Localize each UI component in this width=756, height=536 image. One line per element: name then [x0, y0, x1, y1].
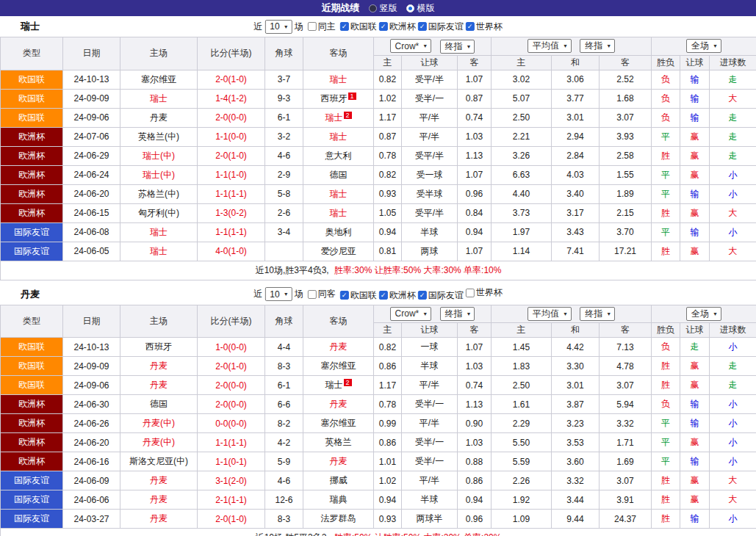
home-team[interactable]: 丹麦	[120, 376, 198, 395]
match-score[interactable]: 2-0(1-0)	[198, 357, 265, 376]
match-score[interactable]: 2-1(1-1)	[198, 490, 265, 510]
match-type-badge[interactable]: 欧国联	[1, 357, 63, 376]
match-count-select[interactable]: 10▼	[264, 20, 292, 34]
league-checkbox-2[interactable]: ✓国际友谊	[418, 289, 464, 302]
same-venue-checkbox[interactable]: 同客	[308, 288, 336, 300]
match-type-badge[interactable]: 欧洲杯	[1, 184, 63, 203]
home-team[interactable]: 塞尔维亚	[120, 70, 198, 89]
away-team[interactable]: 西班牙1	[303, 89, 374, 108]
final-odds-select-2[interactable]: 终指▼	[580, 39, 615, 53]
home-team[interactable]: 瑞士	[120, 222, 198, 242]
match-type-badge[interactable]: 欧洲杯	[1, 203, 63, 222]
match-score[interactable]: 2-0(1-0)	[198, 146, 265, 165]
league-checkbox-0[interactable]: ✓欧国联	[340, 289, 377, 302]
home-team[interactable]: 匈牙利(中)	[120, 203, 198, 222]
scope-select[interactable]: 全场▼	[686, 39, 721, 53]
away-team[interactable]: 瑞典	[303, 490, 374, 510]
home-team[interactable]: 德国	[120, 395, 198, 414]
match-score[interactable]: 2-0(1-0)	[198, 70, 265, 89]
match-type-badge[interactable]: 欧洲杯	[1, 146, 63, 165]
away-team[interactable]: 丹麦	[303, 395, 374, 414]
home-team[interactable]: 丹麦(中)	[120, 414, 198, 433]
match-score[interactable]: 2-0(1-0)	[198, 510, 265, 529]
home-team[interactable]: 丹麦	[120, 490, 198, 510]
home-team[interactable]: 西班牙	[120, 338, 198, 357]
home-team[interactable]: 丹麦	[120, 510, 198, 529]
away-team[interactable]: 德国	[303, 165, 374, 184]
match-type-badge[interactable]: 国际友谊	[1, 471, 63, 490]
away-team[interactable]: 瑞士	[303, 127, 374, 146]
match-type-badge[interactable]: 国际友谊	[1, 490, 63, 510]
match-type-badge[interactable]: 国际友谊	[1, 222, 63, 242]
match-score[interactable]: 3-1(2-0)	[198, 471, 265, 490]
away-team[interactable]: 挪威	[303, 471, 374, 490]
league-checkbox-1[interactable]: ✓欧洲杯	[379, 21, 416, 33]
layout-radio-vertical[interactable]: 竖版	[369, 2, 397, 15]
average-select[interactable]: 平均值▼	[528, 39, 572, 53]
bookmaker-select[interactable]: Crow*▼	[390, 307, 432, 321]
final-odds-select-2[interactable]: 终指▼	[580, 307, 615, 321]
match-type-badge[interactable]: 欧洲杯	[1, 452, 63, 471]
home-team[interactable]: 英格兰(中)	[120, 127, 198, 146]
away-team[interactable]: 塞尔维亚	[303, 414, 374, 433]
home-team[interactable]: 瑞士(中)	[120, 146, 198, 165]
match-type-badge[interactable]: 欧国联	[1, 108, 63, 127]
match-type-badge[interactable]: 欧洲杯	[1, 127, 63, 146]
match-type-badge[interactable]: 欧国联	[1, 338, 63, 357]
match-score[interactable]: 1-0(0-0)	[198, 338, 265, 357]
match-score[interactable]: 4-0(1-0)	[198, 242, 265, 261]
final-odds-select[interactable]: 终指▼	[440, 307, 475, 321]
away-team[interactable]: 瑞士	[303, 203, 374, 222]
league-checkbox-0[interactable]: ✓欧国联	[340, 21, 377, 33]
league-checkbox-2[interactable]: ✓国际友谊	[418, 21, 464, 33]
home-team[interactable]: 瑞士	[120, 242, 198, 261]
match-type-badge[interactable]: 欧洲杯	[1, 165, 63, 184]
away-team[interactable]: 意大利	[303, 146, 374, 165]
home-team[interactable]: 丹麦(中)	[120, 433, 198, 452]
match-type-badge[interactable]: 欧洲杯	[1, 395, 63, 414]
match-count-select[interactable]: 10▼	[264, 287, 292, 301]
league-checkbox-3[interactable]: ✓世界杯	[466, 21, 503, 33]
match-score[interactable]: 1-1(0-0)	[198, 127, 265, 146]
away-team[interactable]: 塞尔维亚	[303, 357, 374, 376]
match-score[interactable]: 1-1(1-0)	[198, 165, 265, 184]
home-team[interactable]: 斯洛文尼亚(中)	[120, 452, 198, 471]
home-team[interactable]: 苏格兰(中)	[120, 184, 198, 203]
away-team[interactable]: 瑞士	[303, 70, 374, 89]
away-team[interactable]: 法罗群岛	[303, 510, 374, 529]
match-score[interactable]: 1-3(0-2)	[198, 203, 265, 222]
match-type-badge[interactable]: 欧洲杯	[1, 433, 63, 452]
scope-select[interactable]: 全场▼	[686, 307, 721, 321]
home-team[interactable]: 瑞士	[120, 89, 198, 108]
away-team[interactable]: 爱沙尼亚	[303, 242, 374, 261]
home-team[interactable]: 瑞士(中)	[120, 165, 198, 184]
away-team[interactable]: 英格兰	[303, 433, 374, 452]
match-score[interactable]: 2-0(0-0)	[198, 395, 265, 414]
match-score[interactable]: 2-0(0-0)	[198, 108, 265, 127]
match-type-badge[interactable]: 国际友谊	[1, 510, 63, 529]
match-score[interactable]: 2-0(0-0)	[198, 376, 265, 395]
average-select[interactable]: 平均值▼	[528, 307, 572, 321]
match-type-badge[interactable]: 欧洲杯	[1, 414, 63, 433]
final-odds-select[interactable]: 终指▼	[440, 40, 475, 54]
away-team[interactable]: 奥地利	[303, 222, 374, 242]
away-team[interactable]: 瑞士2	[303, 376, 374, 395]
match-type-badge[interactable]: 欧国联	[1, 89, 63, 108]
match-type-badge[interactable]: 欧国联	[1, 70, 63, 89]
match-score[interactable]: 1-1(1-1)	[198, 222, 265, 242]
league-checkbox-1[interactable]: ✓欧洲杯	[379, 289, 416, 302]
away-team[interactable]: 丹麦	[303, 338, 374, 357]
match-type-badge[interactable]: 国际友谊	[1, 242, 63, 261]
match-type-badge[interactable]: 欧国联	[1, 376, 63, 395]
bookmaker-select[interactable]: Crow*▼	[390, 39, 432, 53]
same-venue-checkbox[interactable]: 同主	[308, 21, 336, 33]
match-score[interactable]: 1-1(0-1)	[198, 452, 265, 471]
match-score[interactable]: 0-0(0-0)	[198, 414, 265, 433]
away-team[interactable]: 丹麦	[303, 452, 374, 471]
away-team[interactable]: 瑞士2	[303, 108, 374, 127]
match-score[interactable]: 1-4(1-2)	[198, 89, 265, 108]
home-team[interactable]: 丹麦	[120, 357, 198, 376]
league-checkbox-3[interactable]: 世界杯	[466, 286, 503, 299]
home-team[interactable]: 丹麦	[120, 108, 198, 127]
away-team[interactable]: 瑞士	[303, 184, 374, 203]
